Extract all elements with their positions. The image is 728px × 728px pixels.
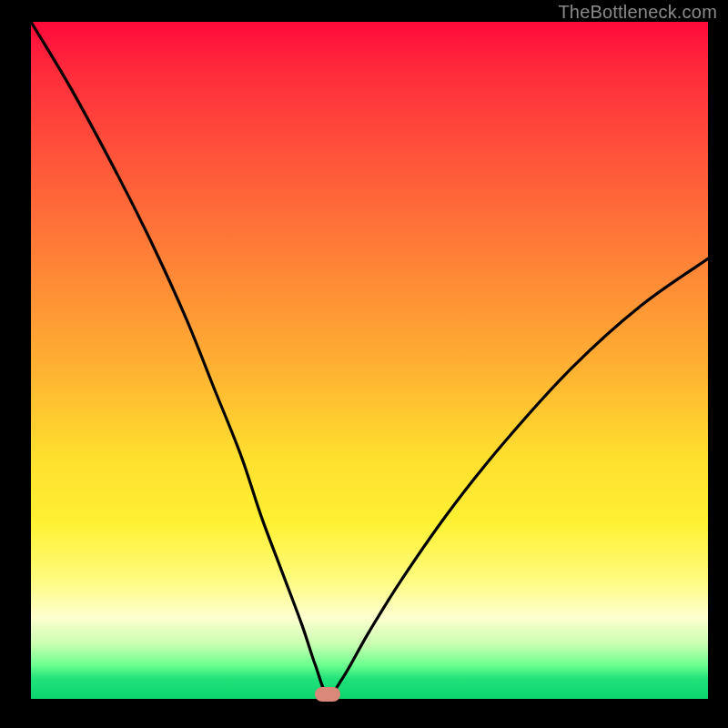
bottleneck-curve [31,22,708,699]
curve-path [31,22,708,694]
optimum-marker [315,687,340,702]
chart-frame: TheBottleneck.com [0,0,728,728]
watermark-text: TheBottleneck.com [558,2,717,23]
plot-area [31,22,708,699]
